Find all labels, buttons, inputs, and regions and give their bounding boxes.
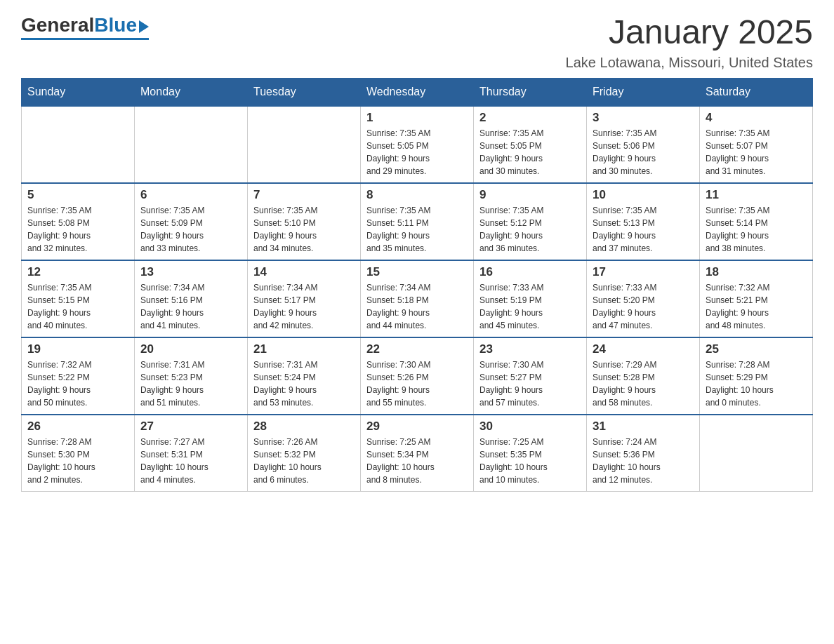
- calendar-cell: 29Sunrise: 7:25 AM Sunset: 5:34 PM Dayli…: [361, 415, 474, 492]
- day-info: Sunrise: 7:34 AM Sunset: 5:18 PM Dayligh…: [366, 281, 468, 332]
- day-number: 27: [140, 420, 241, 434]
- day-info: Sunrise: 7:35 AM Sunset: 5:12 PM Dayligh…: [479, 204, 581, 255]
- calendar-cell: [248, 106, 361, 183]
- day-number: 6: [140, 188, 241, 202]
- day-number: 17: [593, 265, 694, 279]
- calendar-week-row: 1Sunrise: 7:35 AM Sunset: 5:05 PM Daylig…: [22, 106, 813, 183]
- day-info: Sunrise: 7:32 AM Sunset: 5:22 PM Dayligh…: [27, 358, 128, 409]
- calendar-cell: 25Sunrise: 7:28 AM Sunset: 5:29 PM Dayli…: [700, 337, 813, 415]
- calendar-cell: 27Sunrise: 7:27 AM Sunset: 5:31 PM Dayli…: [135, 415, 248, 492]
- day-info: Sunrise: 7:26 AM Sunset: 5:32 PM Dayligh…: [253, 436, 355, 486]
- calendar-cell: 23Sunrise: 7:30 AM Sunset: 5:27 PM Dayli…: [474, 337, 587, 415]
- calendar-cell: 30Sunrise: 7:25 AM Sunset: 5:35 PM Dayli…: [474, 415, 587, 492]
- calendar-cell: [22, 106, 135, 183]
- day-number: 22: [366, 342, 468, 356]
- calendar-cell: 11Sunrise: 7:35 AM Sunset: 5:14 PM Dayli…: [700, 183, 813, 260]
- day-number: 24: [593, 342, 694, 356]
- calendar-cell: 6Sunrise: 7:35 AM Sunset: 5:09 PM Daylig…: [135, 183, 248, 260]
- calendar-cell: 17Sunrise: 7:33 AM Sunset: 5:20 PM Dayli…: [587, 260, 700, 337]
- day-number: 21: [253, 342, 355, 356]
- day-number: 13: [140, 265, 241, 279]
- day-info: Sunrise: 7:30 AM Sunset: 5:26 PM Dayligh…: [366, 358, 468, 409]
- day-info: Sunrise: 7:31 AM Sunset: 5:24 PM Dayligh…: [253, 358, 355, 409]
- weekday-header-thursday: Thursday: [474, 78, 587, 106]
- day-number: 8: [366, 188, 468, 202]
- day-info: Sunrise: 7:33 AM Sunset: 5:19 PM Dayligh…: [479, 281, 581, 332]
- day-info: Sunrise: 7:35 AM Sunset: 5:14 PM Dayligh…: [706, 204, 807, 255]
- calendar-cell: 13Sunrise: 7:34 AM Sunset: 5:16 PM Dayli…: [135, 260, 248, 337]
- day-number: 28: [253, 420, 355, 434]
- day-info: Sunrise: 7:35 AM Sunset: 5:08 PM Dayligh…: [27, 204, 128, 255]
- day-info: Sunrise: 7:27 AM Sunset: 5:31 PM Dayligh…: [140, 436, 241, 486]
- day-info: Sunrise: 7:35 AM Sunset: 5:11 PM Dayligh…: [366, 204, 468, 255]
- day-info: Sunrise: 7:29 AM Sunset: 5:28 PM Dayligh…: [593, 358, 694, 409]
- calendar-cell: [700, 415, 813, 492]
- calendar-cell: 9Sunrise: 7:35 AM Sunset: 5:12 PM Daylig…: [474, 183, 587, 260]
- day-info: Sunrise: 7:35 AM Sunset: 5:07 PM Dayligh…: [706, 127, 807, 177]
- calendar-table: SundayMondayTuesdayWednesdayThursdayFrid…: [21, 78, 813, 492]
- calendar-cell: 26Sunrise: 7:28 AM Sunset: 5:30 PM Dayli…: [22, 415, 135, 492]
- day-number: 1: [366, 111, 468, 125]
- day-info: Sunrise: 7:28 AM Sunset: 5:30 PM Dayligh…: [27, 436, 128, 486]
- calendar-cell: 21Sunrise: 7:31 AM Sunset: 5:24 PM Dayli…: [248, 337, 361, 415]
- day-info: Sunrise: 7:24 AM Sunset: 5:36 PM Dayligh…: [593, 436, 694, 486]
- calendar-cell: 14Sunrise: 7:34 AM Sunset: 5:17 PM Dayli…: [248, 260, 361, 337]
- day-number: 23: [479, 342, 581, 356]
- day-info: Sunrise: 7:34 AM Sunset: 5:17 PM Dayligh…: [253, 281, 355, 332]
- day-number: 30: [479, 420, 581, 434]
- calendar-cell: 10Sunrise: 7:35 AM Sunset: 5:13 PM Dayli…: [587, 183, 700, 260]
- day-number: 9: [479, 188, 581, 202]
- day-info: Sunrise: 7:25 AM Sunset: 5:34 PM Dayligh…: [366, 436, 468, 486]
- month-title: January 2025: [566, 14, 813, 51]
- day-info: Sunrise: 7:30 AM Sunset: 5:27 PM Dayligh…: [479, 358, 581, 409]
- day-number: 20: [140, 342, 241, 356]
- day-info: Sunrise: 7:28 AM Sunset: 5:29 PM Dayligh…: [706, 358, 807, 409]
- day-number: 31: [593, 420, 694, 434]
- calendar-cell: 24Sunrise: 7:29 AM Sunset: 5:28 PM Dayli…: [587, 337, 700, 415]
- calendar-cell: 7Sunrise: 7:35 AM Sunset: 5:10 PM Daylig…: [248, 183, 361, 260]
- calendar-week-row: 5Sunrise: 7:35 AM Sunset: 5:08 PM Daylig…: [22, 183, 813, 260]
- calendar-cell: 31Sunrise: 7:24 AM Sunset: 5:36 PM Dayli…: [587, 415, 700, 492]
- calendar-cell: 8Sunrise: 7:35 AM Sunset: 5:11 PM Daylig…: [361, 183, 474, 260]
- calendar-cell: 1Sunrise: 7:35 AM Sunset: 5:05 PM Daylig…: [361, 106, 474, 183]
- logo-blue-section: Blue: [94, 14, 149, 36]
- day-number: 2: [479, 111, 581, 125]
- logo-arrow-icon: [139, 20, 149, 33]
- day-number: 26: [27, 420, 128, 434]
- day-number: 3: [593, 111, 694, 125]
- calendar-cell: 28Sunrise: 7:26 AM Sunset: 5:32 PM Dayli…: [248, 415, 361, 492]
- calendar-cell: 12Sunrise: 7:35 AM Sunset: 5:15 PM Dayli…: [22, 260, 135, 337]
- day-number: 5: [27, 188, 128, 202]
- day-number: 25: [706, 342, 807, 356]
- logo-underline: [21, 38, 149, 40]
- day-info: Sunrise: 7:35 AM Sunset: 5:05 PM Dayligh…: [366, 127, 468, 177]
- day-number: 15: [366, 265, 468, 279]
- calendar-cell: 2Sunrise: 7:35 AM Sunset: 5:05 PM Daylig…: [474, 106, 587, 183]
- day-info: Sunrise: 7:25 AM Sunset: 5:35 PM Dayligh…: [479, 436, 581, 486]
- day-number: 12: [27, 265, 128, 279]
- day-number: 14: [253, 265, 355, 279]
- weekday-header-friday: Friday: [587, 78, 700, 106]
- day-number: 29: [366, 420, 468, 434]
- calendar-cell: 19Sunrise: 7:32 AM Sunset: 5:22 PM Dayli…: [22, 337, 135, 415]
- calendar-cell: 16Sunrise: 7:33 AM Sunset: 5:19 PM Dayli…: [474, 260, 587, 337]
- day-number: 18: [706, 265, 807, 279]
- calendar-cell: 5Sunrise: 7:35 AM Sunset: 5:08 PM Daylig…: [22, 183, 135, 260]
- location-title: Lake Lotawana, Missouri, United States: [566, 55, 813, 71]
- logo-blue-text: Blue: [94, 14, 137, 36]
- day-info: Sunrise: 7:35 AM Sunset: 5:13 PM Dayligh…: [593, 204, 694, 255]
- calendar-cell: 4Sunrise: 7:35 AM Sunset: 5:07 PM Daylig…: [700, 106, 813, 183]
- day-info: Sunrise: 7:35 AM Sunset: 5:05 PM Dayligh…: [479, 127, 581, 177]
- day-info: Sunrise: 7:33 AM Sunset: 5:20 PM Dayligh…: [593, 281, 694, 332]
- calendar-cell: 3Sunrise: 7:35 AM Sunset: 5:06 PM Daylig…: [587, 106, 700, 183]
- calendar-week-row: 12Sunrise: 7:35 AM Sunset: 5:15 PM Dayli…: [22, 260, 813, 337]
- calendar-cell: 20Sunrise: 7:31 AM Sunset: 5:23 PM Dayli…: [135, 337, 248, 415]
- calendar-cell: 22Sunrise: 7:30 AM Sunset: 5:26 PM Dayli…: [361, 337, 474, 415]
- day-info: Sunrise: 7:34 AM Sunset: 5:16 PM Dayligh…: [140, 281, 241, 332]
- day-info: Sunrise: 7:35 AM Sunset: 5:09 PM Dayligh…: [140, 204, 241, 255]
- day-info: Sunrise: 7:35 AM Sunset: 5:15 PM Dayligh…: [27, 281, 128, 332]
- day-number: 7: [253, 188, 355, 202]
- day-info: Sunrise: 7:31 AM Sunset: 5:23 PM Dayligh…: [140, 358, 241, 409]
- day-number: 11: [706, 188, 807, 202]
- day-info: Sunrise: 7:32 AM Sunset: 5:21 PM Dayligh…: [706, 281, 807, 332]
